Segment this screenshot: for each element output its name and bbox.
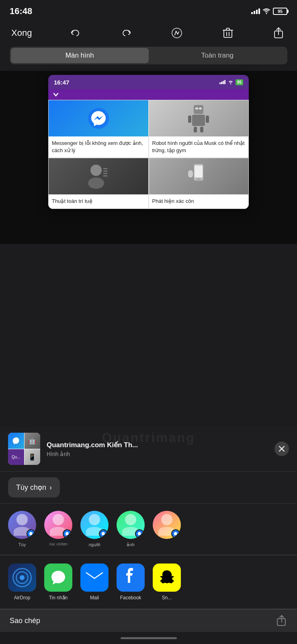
- ss-status-bar: 16:47 95: [48, 75, 249, 89]
- ss-card-messenger: Messenger bị lỗi không xem được ảnh, các…: [48, 100, 149, 158]
- messenger-badge-4: [135, 529, 144, 538]
- contact-avatar-1[interactable]: [8, 511, 36, 539]
- svg-point-27: [197, 178, 200, 181]
- svg-rect-12: [199, 107, 202, 109]
- contact-avatar-5[interactable]: [153, 511, 181, 539]
- options-button[interactable]: Tùy chọn ›: [8, 477, 60, 497]
- markup-button[interactable]: [168, 24, 186, 42]
- share-title: Quantrimang.com Kiến Th...: [47, 441, 268, 449]
- contact-avatar-4[interactable]: [117, 511, 145, 539]
- share-button[interactable]: [270, 24, 287, 42]
- options-chevron: ›: [49, 483, 52, 492]
- ss-time: 16:47: [54, 79, 69, 86]
- messenger-badge-3: [99, 529, 108, 538]
- contact-avatar-2[interactable]: [44, 511, 72, 539]
- contacts-row: Tùy Xác cô/đơn: [0, 504, 297, 555]
- delete-button[interactable]: [219, 24, 237, 42]
- ss-card-text-robot: Robot hình người của Musk có thể nhặt tr…: [149, 136, 249, 157]
- done-button[interactable]: Xong: [10, 24, 33, 42]
- ss-ai-image: [49, 158, 148, 194]
- contact-item: Tùy: [8, 511, 36, 547]
- contact-item-5: [153, 511, 181, 547]
- svg-rect-16: [194, 127, 197, 132]
- airdrop-icon[interactable]: [8, 564, 36, 592]
- svg-rect-6: [221, 82, 222, 84]
- share-sheet: Quantrimang 🤖 Qu... 📱 Quantrimang.com Ki…: [0, 426, 297, 644]
- ss-battery: 95: [236, 79, 243, 85]
- contact-item-4: ảnh: [117, 511, 145, 547]
- toolbar: Xong: [0, 21, 297, 45]
- messages-icon[interactable]: [44, 564, 72, 592]
- messenger-badge-1: [27, 529, 35, 538]
- signal-icon: [251, 8, 260, 14]
- close-button[interactable]: [274, 442, 289, 456]
- avatar-head-2: [53, 514, 64, 525]
- avatar-head-3: [89, 514, 100, 525]
- status-icons: 95: [251, 8, 287, 15]
- contact-name-1: Tùy: [18, 542, 26, 547]
- ss-card-text-phone: Phát hiện xác côn: [149, 194, 249, 208]
- snap-item: Sn...: [153, 564, 181, 601]
- ss-content-grid: Messenger bị lỗi không xem được ảnh, các…: [48, 100, 249, 209]
- segment-screen[interactable]: Màn hình: [11, 48, 149, 63]
- messenger-badge-2: [63, 529, 72, 538]
- share-thumbnail: 🤖 Qu... 📱: [8, 433, 40, 465]
- status-time: 16:48: [10, 6, 32, 17]
- svg-rect-15: [206, 116, 209, 123]
- avatar-head: [16, 514, 28, 525]
- svg-point-9: [88, 108, 109, 129]
- apps-row: AirDrop Tin nhắn: [0, 555, 297, 609]
- mail-item: Mail: [80, 564, 109, 601]
- contact-item-3: người: [80, 511, 109, 547]
- svg-rect-5: [219, 83, 221, 84]
- share-header: 🤖 Qu... 📱 Quantrimang.com Kiến Th... Hìn…: [0, 426, 297, 472]
- share-subtitle: Hình ảnh: [47, 451, 268, 457]
- svg-point-19: [88, 178, 104, 189]
- ss-card-phone: Phát hiện xác côn: [149, 158, 249, 208]
- options-label: Tùy chọn: [16, 483, 46, 492]
- avatar-head-5: [161, 514, 172, 525]
- contact-name-4: ảnh: [127, 542, 134, 547]
- share-info: Quantrimang.com Kiến Th... Hình ảnh: [47, 441, 268, 457]
- airdrop-label: AirDrop: [14, 595, 31, 601]
- bottom-action-label: Sao chép: [10, 617, 40, 625]
- snap-icon[interactable]: [153, 564, 181, 592]
- svg-rect-10: [194, 105, 203, 114]
- contact-avatar-3[interactable]: [80, 511, 109, 539]
- svg-rect-28: [188, 170, 193, 178]
- svg-rect-13: [192, 115, 205, 126]
- mail-icon[interactable]: [80, 564, 109, 592]
- ss-card-ai: Thuật toán trí tuệ: [48, 158, 149, 208]
- contact-name-2: Xác cô/đơn: [49, 542, 68, 546]
- svg-rect-11: [195, 107, 198, 109]
- svg-rect-14: [188, 116, 191, 123]
- messages-label: Tin nhắn: [49, 595, 68, 601]
- redo-button[interactable]: [117, 24, 135, 42]
- ss-phone-image: [149, 158, 249, 194]
- battery-indicator: 95: [273, 8, 287, 15]
- svg-rect-20: [102, 166, 109, 178]
- mail-label: Mail: [90, 595, 99, 601]
- segment-control: Màn hình Toàn trang: [10, 47, 287, 64]
- airdrop-item: AirDrop: [8, 564, 36, 601]
- messages-item: Tin nhắn: [44, 564, 72, 601]
- bottom-action: Sao chép: [0, 609, 297, 632]
- ss-card-robot: Robot hình người của Musk có thể nhặt tr…: [149, 100, 249, 158]
- undo-button[interactable]: [67, 24, 84, 42]
- snap-label: Sn...: [162, 595, 172, 601]
- thumb-4: 📱: [25, 449, 41, 465]
- segment-fullpage[interactable]: Toàn trang: [149, 48, 287, 63]
- contact-name-3: người: [89, 542, 100, 547]
- facebook-icon[interactable]: [117, 564, 145, 592]
- share-icon-bottom: [276, 615, 287, 626]
- options-row: Tùy chọn ›: [0, 472, 297, 504]
- avatar-head-4: [125, 514, 136, 525]
- home-indicator: [121, 637, 177, 639]
- thumb-2: 🤖: [25, 433, 41, 449]
- ss-robot-image: [149, 100, 249, 136]
- svg-rect-1: [224, 30, 232, 37]
- screenshot-preview: 16:47 95 Messenger bị lỗi không xem được…: [48, 75, 249, 209]
- ss-card-text-ai: Thuật toán trí tuệ: [49, 194, 148, 208]
- home-indicator-area: [0, 632, 297, 644]
- svg-rect-7: [223, 81, 224, 84]
